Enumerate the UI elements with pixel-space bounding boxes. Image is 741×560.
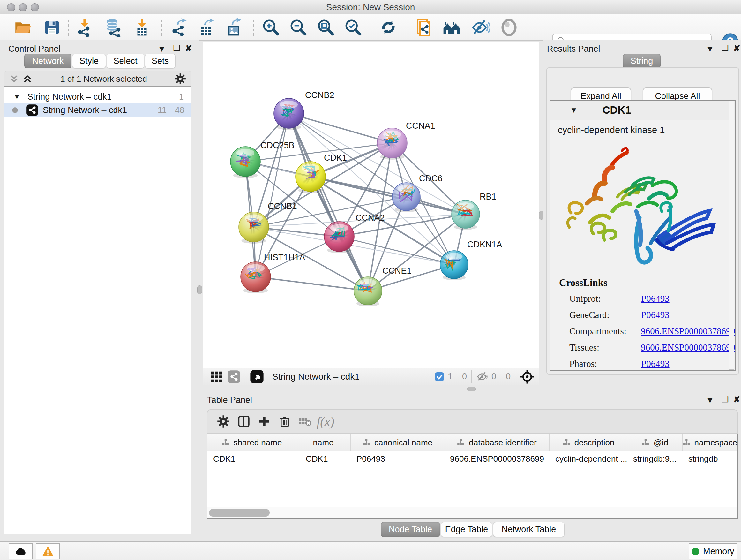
network-node-CDK1[interactable]: CDK1: [295, 153, 347, 193]
table-hscrollbar-track[interactable]: [207, 507, 737, 518]
panel-collapse-icon[interactable]: ▼: [158, 44, 166, 54]
crosslink-link[interactable]: P06493: [641, 359, 670, 369]
crosslinks-list: Uniprot: P06493 GeneCard: P06493 Compart…: [569, 291, 735, 372]
cloud-icon: [14, 545, 27, 558]
node-table[interactable]: shared name name canonical name database…: [207, 434, 738, 519]
table-settings-button[interactable]: [213, 412, 233, 431]
tab-string[interactable]: String: [623, 54, 661, 68]
hide-graphics-details-button[interactable]: [471, 18, 490, 37]
zoom-in-button[interactable]: [262, 18, 280, 37]
create-column-button[interactable]: [254, 412, 274, 431]
refresh-button[interactable]: [379, 18, 398, 37]
column-header-shared-name[interactable]: shared name: [207, 434, 296, 451]
tab-network-table[interactable]: Network Table: [493, 522, 564, 537]
tab-sets[interactable]: Sets: [145, 54, 176, 68]
function-builder-button[interactable]: f(x): [315, 412, 336, 431]
delete-column-button[interactable]: [274, 412, 295, 431]
export-image-button[interactable]: [225, 18, 243, 37]
column-header-name[interactable]: name: [296, 434, 351, 451]
panel-collapse-icon[interactable]: ▼: [706, 44, 714, 54]
toolbar-separator: [405, 19, 405, 36]
share-view-icon[interactable]: [227, 370, 241, 383]
import-network-database-button[interactable]: [105, 18, 123, 37]
import-table-file-button[interactable]: [133, 18, 151, 37]
collapse-section-icon[interactable]: ▼: [570, 106, 578, 115]
lens-icon: [500, 18, 518, 37]
network-row-selected[interactable]: String Network – cdk1 11 48: [4, 104, 191, 117]
panel-close-icon[interactable]: ✘: [185, 44, 192, 53]
crosslinks-title: CrossLinks: [559, 277, 735, 289]
save-session-button[interactable]: [43, 18, 61, 37]
detach-view-icon[interactable]: [250, 370, 264, 384]
table-row[interactable]: CDK1 CDK1 P06493 9606.ENSP00000378699 cy…: [207, 451, 737, 466]
zoom-out-icon: [289, 18, 307, 37]
horizontal-splitter-handle[interactable]: [467, 387, 476, 391]
crosslink-link[interactable]: P06493: [641, 294, 670, 304]
collapse-all-icon[interactable]: [9, 73, 19, 84]
column-header-namespace[interactable]: namespace: [683, 434, 737, 451]
warning-status-button[interactable]: [36, 543, 60, 559]
tab-style[interactable]: Style: [72, 54, 106, 68]
zoom-out-button[interactable]: [289, 18, 308, 37]
memory-status-button[interactable]: Memory: [689, 543, 737, 559]
column-header-id[interactable]: @id: [627, 434, 683, 451]
network-node-RB1[interactable]: RB1: [452, 192, 496, 230]
results-scrollbar[interactable]: [729, 101, 734, 370]
panel-close-icon[interactable]: ✘: [733, 395, 740, 405]
cloud-status-button[interactable]: [9, 543, 33, 559]
network-node-CCNB1[interactable]: CCNB1: [239, 201, 297, 244]
network-edge[interactable]: [256, 277, 368, 291]
network-graph[interactable]: CCNB2 CCNA1 CDC25B CDK1 CDC6 R: [203, 42, 539, 368]
zoom-fit-button[interactable]: [317, 18, 335, 37]
open-session-button[interactable]: [13, 18, 32, 37]
import-network-file-button[interactable]: [75, 18, 94, 37]
reset-view-button[interactable]: [442, 18, 461, 37]
network-node-CCNA1[interactable]: CCNA1: [377, 121, 435, 160]
cell-name[interactable]: CDK1: [296, 451, 351, 466]
export-network-button[interactable]: [170, 18, 188, 37]
grid-view-icon[interactable]: [210, 370, 223, 383]
gear-icon[interactable]: [175, 73, 186, 84]
expand-all-icon[interactable]: [22, 73, 33, 84]
cell-database-identifier[interactable]: 9606.ENSP00000378699: [444, 451, 549, 466]
cell-namespace[interactable]: stringdb: [683, 451, 737, 466]
panel-collapse-icon[interactable]: ▼: [706, 395, 714, 405]
tab-network[interactable]: Network: [24, 54, 71, 68]
show-columns-button[interactable]: [233, 412, 254, 431]
cell-shared-name[interactable]: CDK1: [207, 451, 296, 466]
cell-canonical-name[interactable]: P06493: [351, 451, 444, 466]
network-node-HIST1H1A[interactable]: HIST1H1A: [241, 253, 305, 294]
panel-float-icon[interactable]: ❑: [173, 43, 180, 53]
cell-id[interactable]: stringdb:9...: [627, 451, 683, 466]
toggle-bird-eye-button[interactable]: [500, 18, 518, 37]
open-in-browser-button[interactable]: [414, 18, 433, 37]
network-edge[interactable]: [289, 113, 392, 143]
network-canvas[interactable]: CCNB2 CCNA1 CDC25B CDK1 CDC6 R: [203, 42, 539, 368]
panel-float-icon[interactable]: ❑: [721, 394, 729, 404]
selected-checkbox-icon[interactable]: [434, 372, 445, 382]
hidden-eye-icon[interactable]: [476, 370, 489, 383]
export-table-button[interactable]: [197, 18, 216, 37]
cell-description[interactable]: cyclin-dependent ...: [549, 451, 627, 466]
network-edge[interactable]: [289, 113, 368, 291]
panel-float-icon[interactable]: ❑: [721, 43, 729, 53]
crosslink-link[interactable]: 9606.ENSP00000378699: [641, 326, 735, 336]
column-header-database-identifier[interactable]: database identifier: [444, 434, 549, 451]
vertical-splitter-handle[interactable]: [197, 286, 202, 294]
column-header-canonical-name[interactable]: canonical name: [351, 434, 444, 451]
delete-table-button[interactable]: [295, 412, 315, 431]
network-collection-row[interactable]: ▼ String Network – cdk1 1: [4, 90, 191, 104]
panel-close-icon[interactable]: ✘: [733, 44, 740, 53]
column-header-description[interactable]: description: [549, 434, 627, 451]
tab-select[interactable]: Select: [107, 54, 144, 68]
tab-node-table[interactable]: Node Table: [381, 522, 440, 537]
tab-edge-table[interactable]: Edge Table: [441, 522, 492, 537]
gene-header[interactable]: ▼ CDK1: [550, 101, 735, 120]
tree-expander-icon[interactable]: ▼: [13, 92, 20, 101]
zoom-selected-button[interactable]: [344, 18, 362, 37]
crosslink-link[interactable]: P06493: [641, 310, 670, 320]
network-node-CDKN1A[interactable]: CDKN1A: [440, 240, 502, 280]
crosslink-link[interactable]: 9606.ENSP00000378699: [641, 342, 735, 353]
table-hscrollbar-thumb[interactable]: [209, 509, 270, 516]
birdseye-crosshair-icon[interactable]: [520, 369, 535, 384]
